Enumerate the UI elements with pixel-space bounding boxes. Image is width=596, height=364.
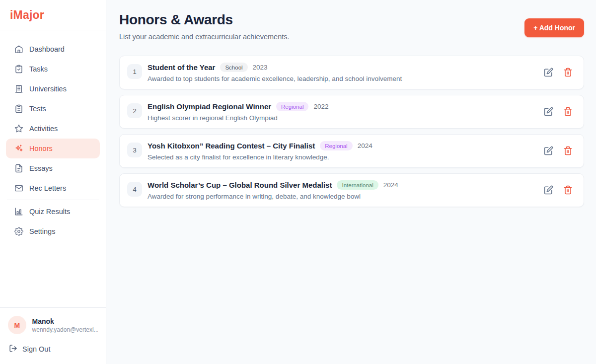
honor-body: English Olympiad Regional Winner Regiona… [148,102,536,122]
honor-description: Selected as a city finalist for excellen… [148,153,536,161]
honor-title: World Scholar’s Cup – Global Round Silve… [148,181,332,189]
honor-year: 2024 [383,181,398,189]
log-out-icon [9,344,17,354]
add-honor-button[interactable]: + Add Honor [524,18,584,37]
honor-body: World Scholar’s Cup – Global Round Silve… [148,180,536,200]
trash-icon [563,107,573,116]
sidebar-item-honors[interactable]: Honors [6,139,100,158]
edit-icon [544,68,553,77]
honor-title-row: World Scholar’s Cup – Global Round Silve… [148,180,536,190]
honor-number: 1 [127,64,142,79]
honor-title-row: English Olympiad Regional Winner Regiona… [148,102,536,111]
honor-title: Yosh Kitobxon” Reading Contest – City Fi… [148,142,315,150]
sidebar-item-label: Quiz Results [29,208,70,216]
honor-title: Student of the Year [148,63,215,72]
activities-icon [14,124,23,133]
sidebar-item-dashboard[interactable]: Dashboard [6,39,100,59]
honor-actions [544,107,573,116]
edit-honor-button[interactable] [544,185,553,195]
honor-description: Awarded for strong performance in writin… [148,193,536,200]
honor-title-row: Yosh Kitobxon” Reading Contest – City Fi… [148,141,536,150]
honor-actions [544,146,573,155]
trash-icon [563,68,573,77]
delete-honor-button[interactable] [563,68,573,77]
page-title: Honors & Awards [119,12,290,28]
main-content: Honors & Awards List your academic and e… [106,0,596,364]
sign-out-button[interactable]: Sign Out [8,344,98,354]
user-meta: Manok wenndy.yadon@vertexi... [32,317,98,333]
user-email: wenndy.yadon@vertexi... [32,326,98,333]
sidebar-item-quiz-results[interactable]: Quiz Results [6,202,100,221]
sign-out-label: Sign Out [22,345,50,353]
sidebar-item-settings[interactable]: Settings [6,221,100,241]
honor-actions [544,185,573,195]
page-subtitle: List your academic and extracurricular a… [119,33,290,41]
honor-level-badge: International [337,180,378,190]
sidebar-item-label: Universities [29,85,67,93]
tests-icon [14,104,23,113]
honor-body: Yosh Kitobxon” Reading Contest – City Fi… [148,141,536,161]
honor-description: Awarded to top students for academic exc… [148,75,536,82]
edit-honor-button[interactable] [544,107,553,116]
sidebar-item-label: Tasks [29,65,48,73]
honor-card: 2 English Olympiad Regional Winner Regio… [119,95,584,129]
sidebar-item-label: Settings [29,227,55,235]
sidebar-item-label: Tests [29,105,46,113]
page-header-text: Honors & Awards List your academic and e… [119,12,290,41]
honor-card: 4 World Scholar’s Cup – Global Round Sil… [119,173,584,207]
essays-icon [14,164,23,173]
rec-letters-icon [14,184,23,193]
honors-icon [14,144,23,153]
user-section: M Manok wenndy.yadon@vertexi... Sign Out [0,307,106,364]
settings-icon [14,227,23,236]
trash-icon [563,185,573,195]
universities-icon [14,84,23,93]
delete-honor-button[interactable] [563,146,573,155]
sidebar-item-activities[interactable]: Activities [6,119,100,139]
quiz-results-icon [14,207,23,216]
honor-number: 4 [127,182,142,197]
logo-wrap: iMajor [0,0,106,30]
sidebar-item-rec-letters[interactable]: Rec Letters [6,178,100,198]
honor-actions [544,68,573,77]
sidebar-item-label: Dashboard [29,45,65,53]
honor-title-row: Student of the Year School 2023 [148,63,536,72]
edit-honor-button[interactable] [544,68,553,77]
honor-title: English Olympiad Regional Winner [148,102,271,111]
page-header: Honors & Awards List your academic and e… [119,12,584,41]
sidebar-item-label: Rec Letters [29,184,66,192]
honor-number: 3 [127,143,142,157]
avatar: M [8,316,26,334]
nav-divider [7,200,99,200]
honor-year: 2024 [358,142,372,149]
honor-description: Highest scorer in regional English Olymp… [148,114,536,122]
sidebar-spacer [0,241,106,307]
honor-level-badge: Regional [276,102,308,111]
sidebar-item-label: Essays [29,164,53,172]
sidebar-item-label: Activities [29,125,58,133]
honor-number: 2 [127,103,142,118]
tasks-icon [14,65,23,73]
honor-year: 2023 [253,64,268,71]
sidebar-item-label: Honors [29,145,53,152]
sidebar-nav: Dashboard Tasks Universities Tests Activ… [0,30,106,241]
sidebar: iMajor Dashboard Tasks Universities Test… [0,0,106,364]
user-row: M Manok wenndy.yadon@vertexi... [8,316,98,334]
edit-honor-button[interactable] [544,146,553,155]
trash-icon [563,146,573,155]
edit-icon [544,146,553,155]
delete-honor-button[interactable] [563,107,573,116]
honor-body: Student of the Year School 2023 Awarded … [148,63,536,82]
delete-honor-button[interactable] [563,185,573,195]
sidebar-item-essays[interactable]: Essays [6,158,100,178]
sidebar-item-tests[interactable]: Tests [6,99,100,119]
user-name: Manok [32,317,98,325]
app-logo: iMajor [10,8,96,22]
edit-icon [544,107,553,116]
sidebar-item-universities[interactable]: Universities [6,79,100,99]
edit-icon [544,185,553,195]
honor-year: 2022 [313,103,328,110]
honor-card: 1 Student of the Year School 2023 Awarde… [119,56,584,89]
sidebar-item-tasks[interactable]: Tasks [6,59,100,79]
honor-card: 3 Yosh Kitobxon” Reading Contest – City … [119,134,584,168]
